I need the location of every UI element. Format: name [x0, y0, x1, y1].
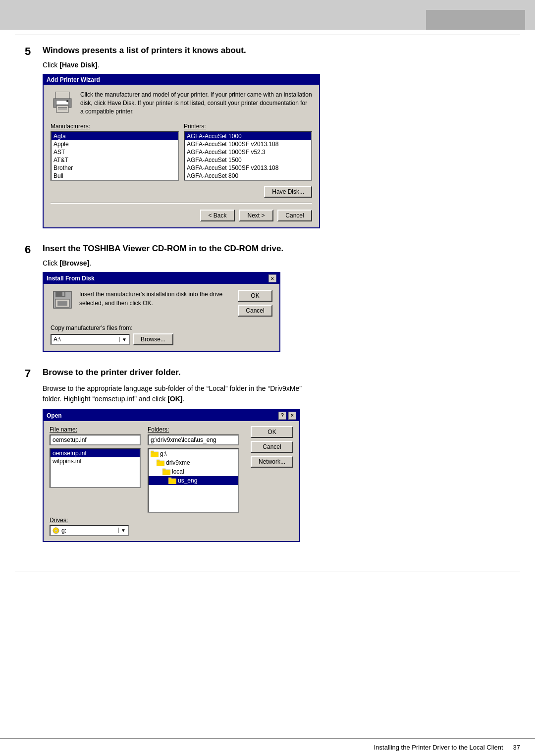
dropdown-arrow-icon: ▼ [118, 528, 126, 533]
step-7-header: 7 Browse to the printer driver folder. [25, 367, 510, 380]
list-item[interactable]: AT&T [52, 156, 178, 164]
list-item[interactable]: driv9xme [149, 458, 238, 467]
footer-text: Installing the Printer Driver to the Loc… [374, 744, 503, 751]
have-disk-button[interactable]: Have Disk... [264, 186, 312, 198]
cancel-button[interactable]: Cancel [277, 210, 312, 221]
ifd-path-value: A:\ [54, 336, 61, 343]
manufacturers-col: Manufacturers: Agfa Apple AST AT&T Broth… [51, 123, 179, 181]
open-dialog-titlebar: Open ? × [44, 410, 299, 421]
svg-rect-6 [66, 100, 68, 102]
file-name-input[interactable]: oemsetup.inf [50, 434, 141, 445]
svg-rect-9 [62, 292, 64, 296]
list-item[interactable]: AGFA-AccuSet 1000 [185, 132, 311, 140]
list-item[interactable]: AGFA-AccuSet 800SF v2013.108 [185, 180, 311, 181]
add-printer-wizard-titlebar: Add Printer Wizard [44, 75, 319, 85]
svg-rect-16 [162, 470, 170, 475]
close-icon[interactable]: × [288, 412, 296, 420]
drives-dropdown[interactable]: g: ▼ [50, 525, 129, 536]
open-dialog-buttons: OK Cancel Network... [251, 426, 293, 513]
folder-list-section: g:\ driv9xme local [148, 448, 239, 513]
step-6-header: 6 Insert the TOSHIBA Viewer CD-ROM in to… [25, 243, 510, 256]
step-6-section: 6 Insert the TOSHIBA Viewer CD-ROM in to… [25, 243, 510, 352]
install-from-disk-titlebar: Install From Disk × [44, 273, 279, 284]
step-6-title: Insert the TOSHIBA Viewer CD-ROM in to t… [43, 243, 283, 254]
step-5-subtitle-period: . [98, 61, 100, 69]
step-6-subtitle: Click [Browse]. [43, 259, 510, 267]
svg-rect-19 [168, 478, 171, 479]
list-item[interactable]: oemsetup.inf [51, 449, 140, 457]
next-button[interactable]: Next > [239, 210, 273, 221]
list-item[interactable]: AST [52, 148, 178, 156]
step-7-desc2-end: . [182, 395, 184, 403]
open-ok-button[interactable]: OK [251, 426, 293, 438]
ifd-ok-button[interactable]: OK [238, 290, 272, 302]
svg-rect-11 [57, 301, 67, 306]
list-item[interactable]: AGFA-AccuSet 1500 [185, 156, 311, 164]
svg-rect-4 [58, 107, 67, 108]
step-7-number: 7 [25, 367, 43, 380]
apw-footer: < Back Next > Cancel [51, 208, 312, 221]
ifd-body-text: Insert the manufacturer's installation d… [79, 290, 233, 317]
step-6-subtitle-bold: [Browse] [59, 259, 89, 267]
file-list-section: oemsetup.inf wilppins.inf [50, 448, 141, 488]
step-5-subtitle: Click [Have Disk]. [43, 61, 510, 69]
list-item[interactable]: AGFA-AccuSet 800 [185, 172, 311, 180]
folder-listbox[interactable]: g:\ driv9xme local [148, 448, 239, 513]
ifd-path-dropdown[interactable]: A:\ ▼ [51, 334, 130, 345]
list-item[interactable]: local [149, 467, 238, 476]
ifd-cancel-button[interactable]: Cancel [238, 305, 272, 317]
file-name-section: File name: oemsetup.inf [50, 426, 141, 445]
folders-section: Folders: g:\driv9xme\local\us_eng [148, 426, 239, 445]
add-printer-wizard-title: Add Printer Wizard [47, 76, 100, 83]
ifd-copy-label: Copy manufacturer's files from: [51, 324, 272, 331]
close-icon[interactable]: × [268, 274, 276, 282]
step-5-subtitle-bold: [Have Disk] [59, 61, 97, 69]
manufacturers-label: Manufacturers: [51, 123, 179, 130]
file-listbox[interactable]: oemsetup.inf wilppins.inf [50, 448, 141, 488]
folder-name: g:\ [160, 450, 166, 457]
list-item[interactable]: Apple [52, 140, 178, 148]
list-item[interactable]: us_eng [149, 476, 238, 485]
list-item[interactable]: wilppins.inf [51, 457, 140, 465]
step-7-desc1: Browse to the appropriate language sub-f… [43, 384, 302, 392]
list-item[interactable]: AGFA-AccuSet 1500SF v2013.108 [185, 164, 311, 172]
drives-row: g: ▼ [50, 525, 293, 536]
svg-rect-17 [162, 469, 165, 470]
list-item[interactable]: Bull [52, 172, 178, 180]
printers-label: Printers: [184, 123, 312, 130]
step-7-desc: Browse to the appropriate language sub-f… [43, 383, 510, 404]
folder-name: us_eng [178, 477, 197, 484]
list-item[interactable]: Brother [52, 164, 178, 172]
list-item[interactable]: AGFA-AccuSet 1000SF v2013.108 [185, 140, 311, 148]
apw-intro-text: Click the manufacturer and model of your… [80, 91, 312, 115]
bottom-rule [15, 572, 520, 572]
file-name-label: File name: [50, 426, 141, 433]
open-network-button[interactable]: Network... [251, 456, 293, 468]
list-item[interactable]: AGFA-AccuSet 1000SF v52.3 [185, 148, 311, 156]
list-item[interactable]: g:\ [149, 449, 238, 458]
list-item[interactable]: C-Itoh [52, 180, 178, 181]
back-button[interactable]: < Back [200, 210, 235, 221]
help-icon[interactable]: ? [278, 412, 286, 420]
printers-col: Printers: AGFA-AccuSet 1000 AGFA-AccuSet… [184, 123, 312, 181]
step-5-subtitle-text: Click [43, 61, 59, 69]
top-bar-right-block [426, 10, 525, 30]
ifd-browse-button[interactable]: Browse... [133, 333, 173, 345]
printer-icon [51, 91, 74, 114]
drives-label: Drives: [50, 517, 293, 524]
open-cancel-button[interactable]: Cancel [251, 441, 293, 453]
step-6-subtitle-period: . [89, 259, 91, 267]
dialog-separator [51, 203, 312, 204]
manufacturers-listbox[interactable]: Agfa Apple AST AT&T Brother Bull C-Itoh [51, 131, 179, 181]
list-item[interactable]: Agfa [52, 132, 178, 140]
apw-lists: Manufacturers: Agfa Apple AST AT&T Broth… [51, 123, 312, 181]
open-top-row: File name: oemsetup.inf oemsetup.inf wil… [50, 426, 293, 513]
svg-rect-14 [157, 461, 164, 466]
printers-listbox[interactable]: AGFA-AccuSet 1000 AGFA-AccuSet 1000SF v2… [184, 131, 312, 181]
svg-rect-5 [58, 108, 67, 109]
folder-name: local [172, 468, 184, 475]
folders-label: Folders: [148, 426, 239, 433]
ifd-copy-section: Copy manufacturer's files from: A:\ ▼ Br… [51, 324, 272, 345]
install-from-disk-body: Insert the manufacturer's installation d… [44, 284, 279, 351]
svg-rect-13 [151, 451, 154, 452]
